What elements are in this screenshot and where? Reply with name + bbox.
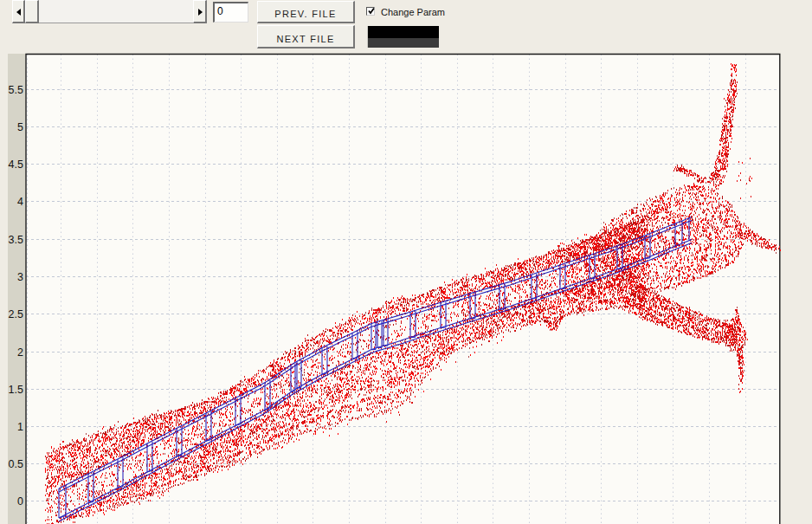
svg-text:5: 5	[17, 121, 23, 133]
svg-text:0: 0	[17, 495, 23, 508]
svg-text:2.5: 2.5	[9, 308, 23, 320]
svg-text:2: 2	[17, 346, 23, 359]
svg-text:0.5: 0.5	[9, 458, 23, 470]
svg-text:4: 4	[17, 196, 23, 208]
svg-text:4.5: 4.5	[9, 158, 23, 171]
svg-text:1: 1	[17, 421, 23, 433]
svg-text:3: 3	[17, 271, 23, 283]
svg-text:5.5: 5.5	[9, 84, 23, 96]
svg-text:1.5: 1.5	[9, 384, 23, 396]
svg-text:3.5: 3.5	[9, 234, 23, 246]
